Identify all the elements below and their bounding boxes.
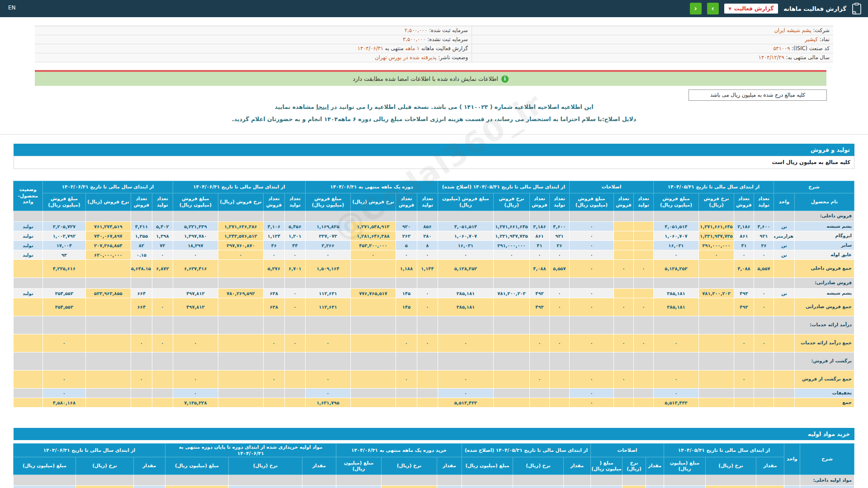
top-bar: EN گزارش فعالیت ماهانه گزارش فعالیت ▼ › …	[0, 0, 868, 17]
column-header: مبلغ (میلیون ریال)	[165, 457, 228, 475]
row-label-cell: درآمد ارائه خدمات:	[795, 316, 854, 334]
value-cell: ۰	[305, 389, 350, 398]
value-cell: ۲۰۷,۳۶۵,۸۵۴	[85, 241, 131, 250]
value-cell: ۳۵,۰۳۲	[336, 486, 381, 488]
value-cell	[396, 316, 417, 334]
value-cell	[173, 278, 218, 289]
value-cell	[13, 260, 42, 278]
value-cell	[417, 398, 438, 408]
value-cell: ۳۲,۲۳۵,۶۳۵	[228, 486, 302, 488]
value-cell	[350, 352, 396, 371]
value-cell: ۰	[42, 371, 85, 389]
table-row: سایرتن۳۶۴۱۳۹۱,۰۰۰,۰۰۰۱۶,۰۳۱۰۳۶۴۱۳۹۱,۰۰۰,…	[13, 241, 854, 250]
value-cell: ۳۰,۱۹۲,۵۲۰	[513, 486, 563, 488]
value-cell	[218, 398, 263, 408]
company-info-cell: سال مالی منتهی به: ۱۴۰۴/۱۲/۲۹	[472, 53, 833, 62]
period-group-header: دوره یک ماهه منتهی به ۱۴۰۴/۰۶/۳۱	[305, 181, 438, 193]
column-header: مبلغ فروش (میلیون ریال)	[569, 193, 613, 211]
value-cell: ۷۴۰,۰۶۷,۸۹۷	[85, 231, 131, 241]
value-cell	[734, 211, 754, 222]
value-cell	[284, 352, 305, 371]
column-header: مبلغ (میلیون ریال)	[664, 457, 705, 475]
value-cell	[774, 352, 795, 371]
value-cell: ۴,۰۵۱,۵۱۴	[438, 222, 493, 231]
next-report-button[interactable]: ›	[707, 3, 719, 14]
column-header: نرخ فروش (ریال)	[699, 193, 734, 211]
field-value: ۱۴۰۴/۰۶/۳۱	[358, 45, 383, 52]
value-cell: ۷۶۱,۲۷۴,۵۱۹	[85, 222, 131, 231]
value-cell: ۴,۵۸۰,۱۶۸	[42, 398, 85, 408]
column-header: مبلغ ( میلیون ریال)	[590, 457, 622, 475]
company-info-cell: نماد: کپشیر	[472, 35, 833, 44]
value-cell: ۰	[529, 371, 549, 389]
value-cell: ۴۱	[529, 241, 549, 250]
report-type-dropdown[interactable]: گزارش فعالیت ▼	[724, 4, 778, 14]
unit-header: واحد	[784, 444, 800, 475]
company-info-table: شرکت: پشم شیشه ایران سرمایه ثبت شده: ۲,۵…	[35, 26, 833, 62]
value-cell: ۵,۱۲۸,۲۵۲	[653, 260, 698, 278]
value-cell: ۰	[613, 371, 633, 389]
value-cell: ۰	[396, 334, 417, 352]
language-en-link[interactable]: EN	[8, 5, 16, 11]
codal-monthly-activity-page: EN گزارش فعالیت ماهانه گزارش فعالیت ▼ › …	[0, 0, 868, 488]
value-cell	[218, 260, 263, 278]
column-header: تعداد فروش	[734, 193, 754, 211]
field-value: پذیرفته شده در بورس تهران	[375, 54, 436, 61]
value-cell	[438, 278, 493, 289]
value-cell	[774, 398, 795, 408]
table-row: جمع۵,۵۱۳,۴۳۳۰۵,۵۱۳,۴۳۳۱,۶۲۱,۷۹۵۷,۱۳۵,۲۲۸…	[13, 398, 854, 408]
value-cell	[784, 475, 800, 486]
column-header: نرخ فروش (ریال)	[493, 193, 529, 211]
row-label-cell: جمع فروش داخلی	[795, 260, 854, 278]
value-cell: ۰	[263, 371, 284, 389]
value-cell: ۷۱,۷۹۳	[13, 486, 75, 488]
value-cell	[699, 352, 734, 371]
value-cell: ۶۳۸	[263, 298, 284, 316]
top-bar-controls: گزارش فعالیت ماهانه گزارش فعالیت ▼ › ‹	[690, 0, 862, 17]
company-info-cell: گزارش فعالیت ماهانه ۱ ماهه منتهی به ۱۴۰۴…	[35, 44, 472, 53]
company-info-row: کد صنعت (ISIC): ۵۴۱۰۰۹ گزارش فعالیت ماها…	[35, 44, 833, 53]
value-cell	[75, 475, 133, 486]
value-cell	[633, 316, 653, 334]
value-cell: ۱,۵۰۹,۱۶۴	[305, 260, 350, 278]
value-cell	[263, 278, 284, 289]
value-cell	[699, 278, 734, 289]
value-cell	[493, 389, 529, 398]
value-cell	[633, 398, 653, 408]
notice1-text: این اطلاعیه اصلاحیه اطلاعیه شماره ( ۱۴۱۰…	[329, 103, 593, 110]
group-header-row: شرحاز ابتدای سال مالی تا تاریخ ۱۴۰۴/۰۵/۳…	[13, 181, 854, 193]
value-cell	[13, 278, 42, 289]
previous-report-button[interactable]: ‹	[690, 3, 702, 14]
value-cell: ۰	[613, 260, 633, 278]
field-value: ۱۴۰۴/۱۲/۲۹	[759, 54, 784, 61]
column-header: نرخ فروش (ریال)	[218, 193, 263, 211]
column-header-row: مقدارنرخ (ریال)مبلغ (میلیون ریال)مقدارنر…	[13, 457, 854, 475]
value-cell	[350, 334, 396, 352]
row-label-cell: عایق لوله	[795, 250, 854, 260]
row-label-cell: سایر	[795, 241, 854, 250]
value-cell: ۴,۶۰۰	[549, 222, 569, 231]
column-header: مقدار	[646, 457, 664, 475]
value-cell: ۷۷۶,۷۶۵,۵۱۷	[350, 289, 396, 298]
table-row: سیلیستن۳,۲۶۲۳۰,۱۹۲,۵۲۰۹۸,۴۸۸۰۰۰۳,۲۶۲۳۰,۱…	[13, 486, 854, 488]
value-cell	[228, 475, 302, 486]
value-cell	[613, 250, 633, 260]
row-label-cell: جمع درآمد ارائه خدمات	[795, 334, 854, 352]
value-cell: ۱,۲۳۱,۹۴۷,۷۳۵	[493, 231, 529, 241]
value-cell: ۷۸۱,۳۰۰,۲۰۳	[699, 289, 734, 298]
value-cell	[417, 211, 438, 222]
table-row: جمع درآمد ارائه خدمات۰۰۰۰۰۰۰۰۰۰۰۰۰۰۰۰۰۰	[13, 334, 854, 352]
field-label: کد صنعت (ISIC):	[792, 45, 830, 52]
value-cell: ۰	[653, 334, 698, 352]
field-value: ۱ ماهه	[405, 45, 420, 52]
value-cell	[284, 371, 305, 389]
value-cell	[613, 211, 633, 222]
table-row: عایق لولهتن۰۰۰۰۰۰۰۰۰۰۰۰۰۰۰۰۰۰۰.۱۵۶۲۰,۰۰۰…	[13, 250, 854, 260]
sales-amounts-note: کلیه مبالغ به میلیون ریال است	[14, 156, 854, 169]
previous-version-link[interactable]: اینجا	[316, 103, 329, 110]
value-cell	[754, 398, 774, 408]
value-cell	[13, 371, 42, 389]
value-cell: ۸۵۶	[417, 222, 438, 231]
column-header: نرخ (ریال)	[75, 457, 133, 475]
value-cell: ۷۸۱,۳۰۰,۲۰۳	[493, 289, 529, 298]
